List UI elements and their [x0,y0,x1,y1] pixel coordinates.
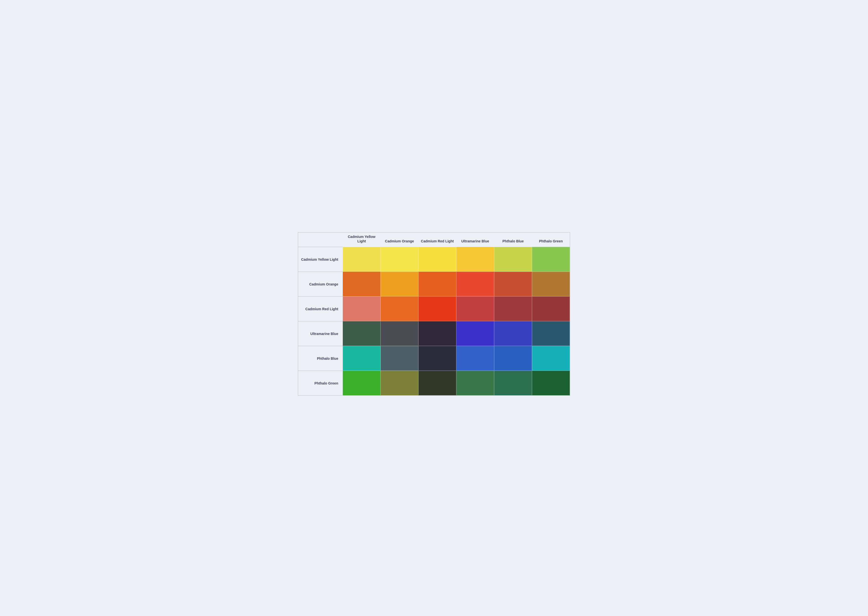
color-cell-4-5 [532,346,570,371]
col-header-3: Ultramarine Blue [456,233,494,247]
color-cell-0-2 [418,247,456,272]
color-cell-5-1 [381,371,418,395]
col-header-4: Phthalo Blue [494,233,532,247]
color-cell-4-4 [494,346,532,371]
color-cell-4-2 [418,346,456,371]
col-header-0: Cadmium Yellow Light [343,233,381,247]
row-header-4: Phthalo Blue [298,346,343,371]
row-header-2: Cadmium Red Light [298,296,343,321]
color-cell-4-3 [456,346,494,371]
color-cell-1-2 [418,272,456,296]
color-cell-0-0 [343,247,381,272]
color-cell-3-1 [381,321,418,346]
color-cell-2-1 [381,296,418,321]
color-cell-5-4 [494,371,532,395]
color-cell-0-4 [494,247,532,272]
row-header-3: Ultramarine Blue [298,321,343,346]
color-cell-2-4 [494,296,532,321]
color-cell-1-0 [343,272,381,296]
color-cell-1-4 [494,272,532,296]
color-cell-4-1 [381,346,418,371]
col-header-2: Cadmium Red Light [418,233,456,247]
col-header-5: Phthalo Green [532,233,570,247]
grid-corner [298,233,343,247]
color-cell-5-5 [532,371,570,395]
color-cell-0-3 [456,247,494,272]
color-cell-3-0 [343,321,381,346]
color-cell-2-3 [456,296,494,321]
color-cell-5-0 [343,371,381,395]
color-cell-0-5 [532,247,570,272]
row-header-1: Cadmium Orange [298,272,343,296]
color-cell-1-5 [532,272,570,296]
main-container: Cadmium Yellow LightCadmium OrangeCadmiu… [298,220,570,396]
color-cell-2-2 [418,296,456,321]
color-cell-3-4 [494,321,532,346]
color-cell-1-1 [381,272,418,296]
row-header-5: Phthalo Green [298,371,343,395]
color-cell-5-3 [456,371,494,395]
color-cell-3-2 [418,321,456,346]
color-cell-2-5 [532,296,570,321]
color-cell-1-3 [456,272,494,296]
row-header-0: Cadmium Yellow Light [298,247,343,272]
color-grid: Cadmium Yellow LightCadmium OrangeCadmiu… [298,232,570,396]
color-cell-3-5 [532,321,570,346]
col-header-1: Cadmium Orange [381,233,418,247]
color-cell-3-3 [456,321,494,346]
color-cell-4-0 [343,346,381,371]
color-cell-2-0 [343,296,381,321]
color-cell-0-1 [381,247,418,272]
color-cell-5-2 [418,371,456,395]
